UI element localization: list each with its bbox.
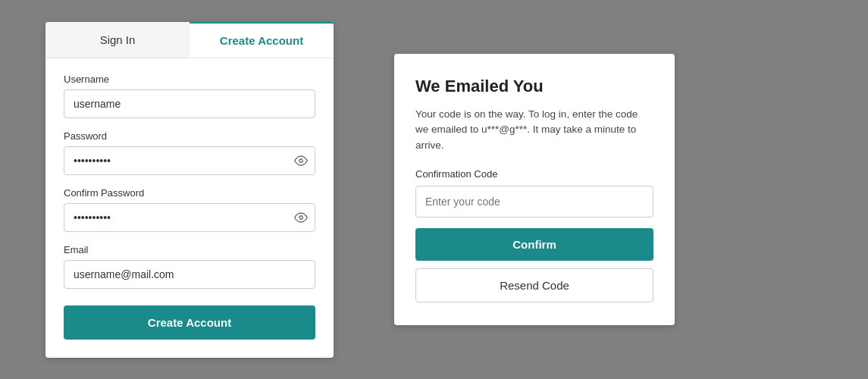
email-input[interactable] <box>64 260 315 289</box>
username-input[interactable] <box>64 89 315 118</box>
eye-icon-confirm <box>294 211 308 224</box>
email-group: Email <box>64 244 315 289</box>
email-verification-card: We Emailed You Your code is on the way. … <box>394 54 675 325</box>
eye-icon <box>294 154 308 168</box>
password-label: Password <box>64 130 315 142</box>
email-label: Email <box>64 244 315 255</box>
confirm-password-toggle-button[interactable] <box>294 211 308 224</box>
email-description: Your code is on the way. To log in, ente… <box>415 107 653 153</box>
confirm-password-group: Confirm Password <box>64 187 315 232</box>
tab-create-account[interactable]: Create Account <box>190 22 334 58</box>
email-input-wrapper <box>64 260 315 289</box>
confirm-password-label: Confirm Password <box>64 187 315 199</box>
svg-point-0 <box>299 158 303 162</box>
confirm-button[interactable]: Confirm <box>415 228 653 261</box>
svg-point-1 <box>299 215 303 219</box>
password-toggle-button[interactable] <box>294 154 308 168</box>
tab-signin[interactable]: Sign In <box>45 22 190 58</box>
password-input-wrapper <box>64 146 315 175</box>
username-group: Username <box>64 74 315 118</box>
tab-bar: Sign In Create Account <box>45 22 334 58</box>
password-group: Password <box>64 130 315 175</box>
auth-card: Sign In Create Account Username Password <box>45 22 334 358</box>
username-input-wrapper <box>64 89 315 118</box>
create-account-button[interactable]: Create Account <box>64 305 315 340</box>
auth-form: Username Password Confirm Password <box>45 58 334 358</box>
confirmation-code-label: Confirmation Code <box>415 168 653 180</box>
username-label: Username <box>64 74 315 85</box>
confirm-password-input[interactable] <box>64 203 315 232</box>
resend-code-button[interactable]: Resend Code <box>415 268 653 302</box>
confirmation-code-input[interactable] <box>415 186 653 218</box>
confirm-password-input-wrapper <box>64 203 315 232</box>
email-title: We Emailed You <box>415 77 653 96</box>
password-input[interactable] <box>64 146 315 175</box>
